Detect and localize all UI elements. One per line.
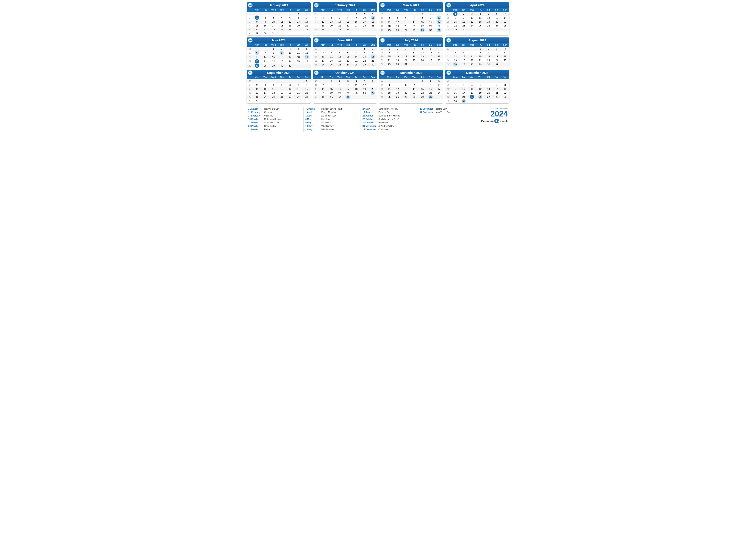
day-cell: 9: [393, 51, 401, 55]
month-title: July 2024: [404, 38, 418, 42]
day-cell: 10: [261, 87, 269, 91]
holiday-name: Whit Sunday: [321, 125, 334, 128]
day-cell: 13: [426, 51, 435, 55]
day-cell: 23: [261, 28, 269, 32]
week-number: 21: [247, 59, 253, 64]
week-number: 16: [445, 20, 451, 24]
day-cell: 27: [294, 28, 302, 32]
day-cell: [269, 12, 278, 15]
day-cell: 9: [459, 16, 468, 20]
day-cell: 2: [278, 47, 286, 51]
day-cell: 20: [369, 87, 377, 91]
day-cell: 11: [385, 87, 393, 91]
holiday-date: 31 March: [248, 128, 263, 131]
day-cell: 4: [410, 47, 418, 51]
day-headers: MonTueWedThuFriSatSun: [379, 76, 443, 79]
day-cell: 3: [344, 79, 352, 83]
day-label: Sat: [493, 76, 501, 79]
day-cell: 7: [352, 51, 360, 55]
month-header: 365November 2024: [379, 70, 443, 76]
badge-365: 365: [446, 70, 451, 75]
week-number: 48: [445, 79, 451, 83]
day-label: Mon: [319, 9, 327, 11]
week-row: 481: [445, 79, 509, 83]
day-cell: 13: [402, 87, 410, 91]
month-title: November 2024: [400, 71, 422, 74]
holiday-name: Daylight Saving (start): [321, 108, 342, 111]
week-number: 48: [379, 95, 385, 99]
day-cell: 19: [319, 24, 327, 28]
week-row: 1218192021222324: [379, 24, 443, 28]
month-title: August 2024: [468, 38, 486, 42]
holiday-row: 10 MarchMothering Sunday: [248, 118, 302, 121]
day-cell: 31: [269, 32, 278, 35]
day-cell: 24: [286, 59, 294, 64]
day-cell: 6: [294, 15, 302, 20]
month-header: 365June 2024: [313, 38, 377, 43]
week-number: 1: [445, 99, 451, 103]
week-row: 4030: [247, 99, 311, 103]
day-cell: 13: [493, 16, 501, 20]
day-cell: 10: [459, 87, 468, 91]
day-cell: 3: [468, 12, 476, 16]
badge-365: 365: [380, 38, 385, 43]
day-cell: 22: [303, 91, 311, 95]
holiday-name: Summer Bank Holiday: [378, 114, 400, 117]
day-cell: 20: [484, 91, 493, 95]
month-header: 365February 2024: [313, 2, 377, 8]
week-row: 4214151617181920: [313, 87, 377, 91]
day-cell: 27: [255, 64, 259, 68]
week-row: 51234: [313, 12, 377, 15]
day-cell: 29: [420, 28, 424, 32]
week-row: 141234567: [445, 12, 509, 16]
month-title: June 2024: [338, 38, 352, 42]
day-cell: 23: [426, 91, 435, 95]
day-cell: 6: [459, 51, 468, 55]
day-cell: 15: [327, 87, 335, 91]
holiday-date: 31 March: [305, 108, 320, 111]
holiday-name: Boxing Day: [436, 108, 446, 111]
day-cell: 14: [352, 55, 360, 59]
day-cell: [385, 12, 393, 15]
day-cell: 11: [269, 87, 278, 91]
day-cell: 6: [369, 79, 377, 83]
day-cell: 3: [493, 47, 501, 51]
holiday-column: 27 MaySpring Bank Holiday16 JuneFather's…: [361, 108, 418, 132]
day-cell: 6: [294, 12, 302, 15]
day-cell: 19: [484, 20, 493, 24]
week-row: 415161718192021: [247, 24, 311, 28]
day-label: Tue: [393, 43, 401, 46]
day-cell: 17: [286, 55, 294, 59]
day-cell: 5: [393, 15, 401, 20]
holiday-row: 26 AugustSummer Bank Holiday: [363, 114, 416, 117]
day-cell: 18: [327, 59, 335, 63]
week-num-header: [445, 9, 451, 11]
url-suffix: .co.uk: [500, 119, 508, 123]
week-number: 33: [445, 55, 451, 58]
day-cell: 12: [393, 87, 401, 91]
holiday-name: Valentine: [264, 114, 273, 117]
day-cell: 15: [451, 20, 459, 24]
week-number: 39: [247, 95, 253, 99]
day-cell: [352, 95, 360, 99]
month-header: 365March 2024: [379, 2, 443, 8]
day-cell: 11: [352, 83, 360, 87]
month-title: September 2024: [267, 71, 290, 74]
week-number: 19: [247, 51, 253, 55]
day-label: Fri: [352, 9, 360, 11]
day-cell: 12: [278, 87, 286, 91]
holiday-name: Carnival: [264, 111, 272, 114]
day-label: Fri: [418, 76, 426, 79]
week-number: 28: [379, 51, 385, 55]
day-cell: 27: [371, 91, 375, 95]
day-cell: 26: [393, 95, 401, 99]
day-cell: 16: [451, 91, 459, 95]
day-cell: 4: [501, 47, 509, 51]
day-cell: 10: [319, 55, 327, 59]
day-cell: 15: [253, 24, 261, 28]
day-label: Mon: [319, 43, 327, 46]
week-row: 522232425262728: [247, 28, 311, 32]
day-cell: 24: [459, 95, 468, 99]
day-label: Mon: [253, 9, 261, 11]
day-cell: 19: [418, 55, 426, 58]
